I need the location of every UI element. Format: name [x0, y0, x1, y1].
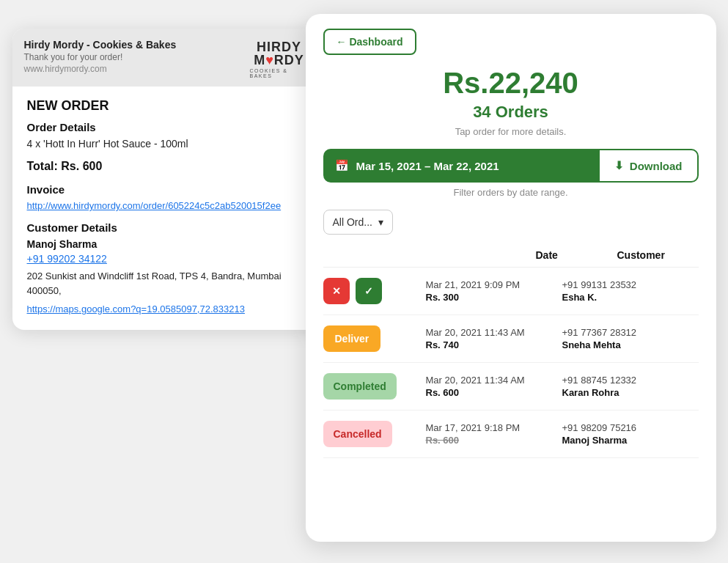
order-amount: Rs. 600 — [426, 435, 562, 446]
order-status-cell: Deliver — [323, 325, 426, 352]
customer-phone[interactable]: +91 99202 34122 — [27, 253, 306, 265]
table-row[interactable]: ✕ ✓ Mar 21, 2021 9:09 PM Rs. 300 +91 991… — [323, 268, 699, 315]
order-customer-cell: +91 77367 28312 Sneha Mehta — [562, 327, 699, 350]
order-date-cell: Mar 17, 2021 9:18 PM Rs. 600 — [426, 422, 562, 446]
filter-label: All Ord... — [333, 216, 372, 228]
order-date-cell: Mar 20, 2021 11:34 AM Rs. 600 — [426, 375, 562, 398]
date-range-row: 📅 Mar 15, 2021 – Mar 22, 2021 ⬇ Download — [323, 149, 699, 183]
notification-card: Hirdy Mordy - Cookies & Bakes Thank you … — [12, 29, 320, 330]
customer-name-small: Karan Rohra — [562, 387, 699, 398]
customer-name-small: Sneha Mehta — [562, 339, 699, 350]
filter-hint: Filter orders by date range. — [323, 187, 699, 198]
order-details-title: Order Details — [27, 121, 306, 133]
col-customer-header: Customer — [617, 249, 699, 261]
customer-address: 202 Sunkist and Windcliff 1st Road, TPS … — [27, 269, 306, 298]
logo-line2: M♥RDY — [254, 54, 304, 67]
customer-phone-number: +91 88745 12332 — [562, 375, 699, 386]
logo-sub: COOKIES & BAKES — [250, 68, 309, 78]
table-header: Date Customer — [323, 243, 699, 268]
dashboard-card: ← Dashboard Rs.22,240 34 Orders Tap orde… — [306, 14, 716, 542]
order-date: Mar 17, 2021 9:18 PM — [426, 422, 562, 433]
order-customer-cell: +91 99131 23532 Esha K. — [562, 279, 699, 303]
customer-name: Manoj Sharma — [27, 238, 306, 250]
customer-phone-number: +91 77367 28312 — [562, 327, 699, 338]
orders-list: ✕ ✓ Mar 21, 2021 9:09 PM Rs. 300 +91 991… — [323, 268, 699, 458]
filter-row: All Ord... ▾ — [323, 210, 699, 235]
status-completed-button[interactable]: Completed — [323, 373, 397, 400]
tap-hint: Tap order for more details. — [323, 126, 699, 137]
customer-name-small: Manoj Sharma — [562, 435, 699, 446]
notification-body: NEW ORDER Order Details 4 x 'Hott In Hur… — [12, 87, 320, 330]
accept-button[interactable]: ✓ — [356, 278, 382, 304]
total-amount: Rs.22,240 — [323, 67, 699, 100]
notification-brand: Hirdy Mordy - Cookies & Bakes Thank you … — [24, 39, 250, 74]
brand-logo: HIRDY M♥RDY COOKIES & BAKES — [250, 39, 309, 79]
order-status-cell: Completed — [323, 373, 426, 400]
table-row[interactable]: Cancelled Mar 17, 2021 9:18 PM Rs. 600 +… — [323, 411, 699, 458]
order-amount: Rs. 300 — [426, 292, 562, 303]
brand-name: Hirdy Mordy - Cookies & Bakes — [24, 39, 250, 51]
order-date-cell: Mar 20, 2021 11:43 AM Rs. 740 — [426, 327, 562, 350]
customer-phone-number: +91 98209 75216 — [562, 422, 699, 433]
order-item: 4 x 'Hott In Hurr' Hot Sauce - 100ml — [27, 138, 306, 150]
col-date-header: Date — [536, 249, 617, 261]
notification-header: Hirdy Mordy - Cookies & Bakes Thank you … — [12, 29, 320, 87]
customer-phone-number: +91 99131 23532 — [562, 279, 699, 290]
invoice-title: Invoice — [27, 183, 306, 196]
maps-link[interactable]: https://maps.google.com?q=19.0585097,72.… — [27, 303, 245, 314]
customer-name-small: Esha K. — [562, 292, 699, 303]
new-order-title: NEW ORDER — [27, 98, 306, 114]
order-date: Mar 20, 2021 11:43 AM — [426, 327, 562, 338]
date-range-label: Mar 15, 2021 – Mar 22, 2021 — [356, 160, 499, 172]
order-customer-cell: +91 98209 75216 Manoj Sharma — [562, 422, 699, 446]
status-cancelled-button[interactable]: Cancelled — [323, 421, 392, 447]
download-button[interactable]: ⬇ Download — [598, 149, 699, 183]
order-total: Total: Rs. 600 — [27, 160, 306, 173]
order-amount: Rs. 600 — [426, 387, 562, 398]
table-row[interactable]: Deliver Mar 20, 2021 11:43 AM Rs. 740 +9… — [323, 315, 699, 363]
invoice-link[interactable]: http://www.hirdymordy.com/order/605224c5… — [27, 200, 306, 211]
order-status-cell: ✕ ✓ — [323, 278, 426, 304]
chevron-down-icon: ▾ — [378, 216, 383, 228]
order-status-cell: Cancelled — [323, 421, 426, 447]
col-status-header — [433, 249, 536, 261]
order-amount: Rs. 740 — [426, 339, 562, 350]
status-deliver-button[interactable]: Deliver — [323, 325, 381, 352]
customer-title: Customer Details — [27, 221, 306, 234]
calendar-icon: 📅 — [335, 159, 349, 172]
order-date: Mar 20, 2021 11:34 AM — [426, 375, 562, 386]
order-date: Mar 21, 2021 9:09 PM — [426, 279, 562, 290]
download-icon: ⬇ — [614, 159, 624, 172]
reject-button[interactable]: ✕ — [323, 278, 350, 304]
order-filter-dropdown[interactable]: All Ord... ▾ — [323, 210, 393, 235]
back-to-dashboard-button[interactable]: ← Dashboard — [323, 29, 416, 55]
download-label: Download — [630, 160, 683, 172]
brand-tagline: Thank you for your order! — [24, 52, 250, 62]
total-orders: 34 Orders — [323, 103, 699, 122]
order-date-cell: Mar 21, 2021 9:09 PM Rs. 300 — [426, 279, 562, 303]
logo-line1: HIRDY — [257, 40, 301, 54]
brand-url: www.hirdymordy.com — [24, 64, 250, 74]
order-customer-cell: +91 88745 12332 Karan Rohra — [562, 375, 699, 398]
date-range-button[interactable]: 📅 Mar 15, 2021 – Mar 22, 2021 — [323, 149, 598, 183]
table-row[interactable]: Completed Mar 20, 2021 11:34 AM Rs. 600 … — [323, 363, 699, 411]
